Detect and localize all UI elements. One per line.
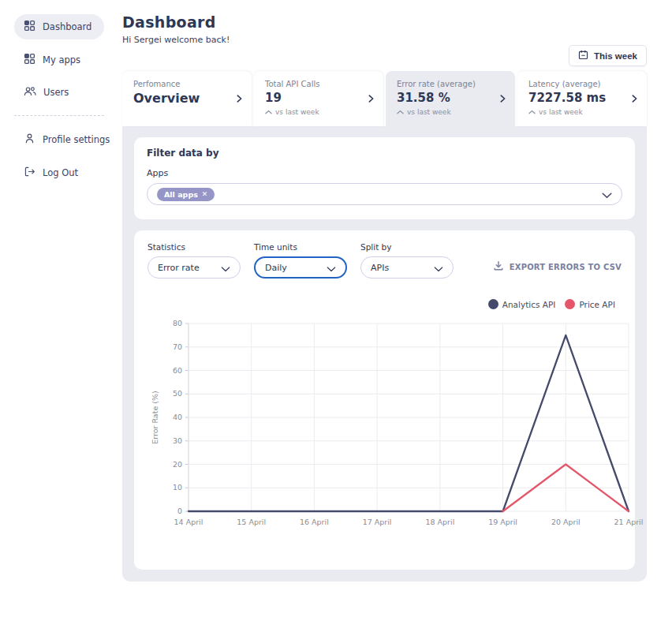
svg-text:21 April: 21 April xyxy=(614,518,644,526)
sidebar-item-users[interactable]: Users xyxy=(14,80,78,104)
tab-label: Latency (average) xyxy=(528,80,626,88)
sidebar-item-label: Users xyxy=(43,87,69,98)
error-rate-chart: 0102030405060708014 April15 April16 Apri… xyxy=(147,311,622,546)
tab-error-rate[interactable]: Error rate (average) 31.58 % vs last wee… xyxy=(386,71,515,126)
svg-text:15 April: 15 April xyxy=(237,518,266,526)
statistics-control: Statistics Error rate xyxy=(147,242,241,279)
line-chart-svg: 0102030405060708014 April15 April16 Apri… xyxy=(147,311,645,543)
tab-total-api-calls[interactable]: Total API Calls 19 vs last week xyxy=(254,71,383,126)
chevron-right-icon xyxy=(237,92,242,107)
filter-heading: Filter data by xyxy=(147,148,622,159)
greeting-text: Hi Sergei welcome back! xyxy=(122,35,647,45)
statistics-select[interactable]: Error rate xyxy=(147,256,241,279)
legend-label: Price API xyxy=(579,300,615,309)
chevron-down-icon xyxy=(602,187,612,202)
grid-icon xyxy=(24,20,35,34)
apps-field-label: Apps xyxy=(147,168,622,178)
chevron-right-icon xyxy=(368,92,374,107)
svg-text:Error Rate (%): Error Rate (%) xyxy=(151,391,159,443)
svg-text:60: 60 xyxy=(173,366,182,375)
download-icon xyxy=(493,260,504,273)
sidebar-item-my-apps[interactable]: My apps xyxy=(14,47,90,73)
export-csv-button[interactable]: EXPORT ERRORS TO CSV xyxy=(493,260,622,279)
tab-trend-label: vs last week xyxy=(407,108,451,116)
time-units-control: Time units Daily xyxy=(254,242,347,279)
chevron-right-icon xyxy=(500,92,506,107)
tab-trend: vs last week xyxy=(528,108,626,116)
chip-close-icon[interactable]: ✕ xyxy=(202,190,208,198)
chart-legend: Analytics API Price API xyxy=(147,299,615,309)
svg-text:80: 80 xyxy=(173,319,182,327)
sidebar-item-label: Dashboard xyxy=(43,21,91,32)
stat-tabs: Perfomance Overview Total API Calls 19 v… xyxy=(122,71,647,126)
sidebar-item-dashboard[interactable]: Dashboard xyxy=(14,14,104,39)
tab-label: Perfomance xyxy=(133,80,231,88)
users-icon xyxy=(24,86,36,99)
export-csv-label: EXPORT ERRORS TO CSV xyxy=(510,263,622,271)
svg-text:20 April: 20 April xyxy=(551,518,581,526)
filter-card: Filter data by Apps All apps ✕ xyxy=(134,137,635,219)
statistics-card: Statistics Error rate Time units Daily xyxy=(134,230,635,570)
dashboard-panel: Filter data by Apps All apps ✕ Statistic… xyxy=(122,126,647,581)
statistics-label: Statistics xyxy=(147,242,241,252)
chevron-down-icon xyxy=(327,260,336,275)
legend-item-price-api[interactable]: Price API xyxy=(565,299,615,309)
chevron-down-icon xyxy=(434,260,443,275)
sidebar-divider xyxy=(14,115,104,116)
chevron-right-icon xyxy=(632,92,637,107)
sidebar-item-label: Log Out xyxy=(43,167,78,178)
period-selector-button[interactable]: This week xyxy=(569,45,647,66)
tab-label: Error rate (average) xyxy=(397,80,495,88)
tab-latency[interactable]: Latency (average) 7227.58 ms vs last wee… xyxy=(517,71,647,126)
sidebar: Dashboard My apps Users xyxy=(0,0,117,617)
time-units-value: Daily xyxy=(265,263,287,273)
svg-text:50: 50 xyxy=(173,389,182,398)
chip-label: All apps xyxy=(164,190,198,199)
svg-text:10: 10 xyxy=(173,483,182,492)
page-title: Dashboard xyxy=(122,13,647,31)
legend-item-analytics-api[interactable]: Analytics API xyxy=(488,299,556,309)
chart-controls: Statistics Error rate Time units Daily xyxy=(147,242,622,279)
apps-multiselect[interactable]: All apps ✕ xyxy=(147,183,622,205)
period-selector-label: This week xyxy=(594,51,637,61)
tab-trend-label: vs last week xyxy=(275,108,319,116)
tab-value: 31.58 % xyxy=(397,91,495,105)
tab-value: 7227.58 ms xyxy=(528,91,626,105)
split-by-select[interactable]: APIs xyxy=(360,256,454,279)
sidebar-item-profile-settings[interactable]: Profile settings xyxy=(14,127,119,152)
svg-text:14 April: 14 April xyxy=(174,518,203,526)
svg-text:19 April: 19 April xyxy=(488,518,517,526)
legend-dot xyxy=(488,299,498,309)
caret-up-icon xyxy=(265,108,272,116)
tab-trend: vs last week xyxy=(265,108,363,116)
tab-trend: vs last week xyxy=(397,108,495,116)
sidebar-item-log-out[interactable]: Log Out xyxy=(14,160,88,185)
split-by-control: Split by APIs xyxy=(360,242,454,279)
sidebar-item-label: My apps xyxy=(43,54,80,65)
grid-icon xyxy=(24,53,35,67)
statistics-value: Error rate xyxy=(158,263,200,273)
svg-text:70: 70 xyxy=(173,342,182,351)
svg-text:16 April: 16 April xyxy=(300,518,329,526)
legend-label: Analytics API xyxy=(502,300,556,309)
caret-up-icon xyxy=(528,108,536,116)
main-content: Dashboard Hi Sergei welcome back! This w… xyxy=(122,0,647,581)
calendar-icon xyxy=(578,50,588,62)
caret-up-icon xyxy=(397,108,404,116)
split-by-label: Split by xyxy=(360,242,454,252)
tab-label: Total API Calls xyxy=(265,80,363,88)
tab-value: Overview xyxy=(133,91,231,106)
time-units-select[interactable]: Daily xyxy=(254,256,347,279)
svg-text:17 April: 17 April xyxy=(363,518,392,526)
tab-performance-overview[interactable]: Perfomance Overview xyxy=(122,71,252,126)
all-apps-chip: All apps ✕ xyxy=(157,188,215,201)
svg-text:40: 40 xyxy=(173,413,182,421)
svg-text:30: 30 xyxy=(173,436,182,445)
time-units-label: Time units xyxy=(254,242,347,252)
sidebar-item-label: Profile settings xyxy=(43,134,110,145)
tab-trend-label: vs last week xyxy=(539,108,583,116)
svg-text:20: 20 xyxy=(173,460,182,469)
chevron-down-icon xyxy=(221,260,230,275)
tab-value: 19 xyxy=(265,91,363,105)
svg-text:18 April: 18 April xyxy=(425,518,454,526)
